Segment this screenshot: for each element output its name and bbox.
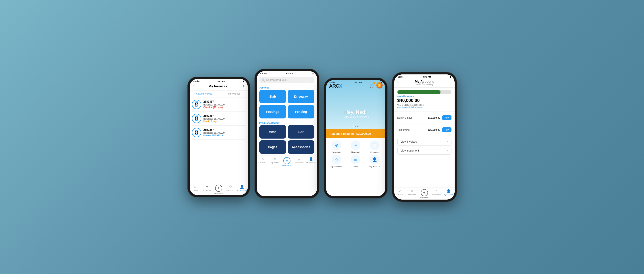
quick-action-my-orders[interactable]: ≔ My orders	[347, 140, 364, 153]
divider-2	[394, 124, 454, 124]
invoice-tabs: Active invoices Paid invoices	[190, 90, 248, 97]
quick-action-my-account[interactable]: 👤 My account	[366, 155, 384, 168]
orders-icon-2: ≡	[274, 157, 276, 161]
search-container: 🔍 Search products...	[257, 75, 317, 85]
hero-greeting: Hey, Ned! ☀ 23°C sunny in Townsville	[326, 109, 385, 118]
tab-active-invoices[interactable]: Active invoices	[190, 90, 219, 97]
invoice-info: 2582357 Balance: $5,700.00 Due in 5 days	[204, 114, 245, 123]
home-icon: ⌂	[194, 185, 196, 189]
nav-orders-2[interactable]: ≡ My orders	[269, 157, 281, 167]
search-placeholder[interactable]: Search products...	[266, 78, 312, 82]
invoice-item[interactable]: WED 10 MAR 2582357 Balance: $5,700.00 Ov…	[192, 97, 246, 111]
battery-1: ▮	[243, 80, 244, 82]
invoice-status-due-soon: Due in 5 days	[204, 120, 245, 123]
status-bar-1: Carrier 9:41 AM ▮	[190, 79, 248, 83]
invoice-header: ‹ My Invoices ⬆	[190, 83, 248, 90]
phone-products-screen: Carrier 9:41 AM ▮ 🔍 Search products... J…	[257, 71, 317, 196]
nav-account-2[interactable]: 👤 My account	[305, 157, 317, 167]
nav-home[interactable]: ⌂ Home	[190, 185, 201, 194]
nav-new-order-2[interactable]: + New order	[281, 157, 293, 167]
chevron-icon: ›	[245, 103, 246, 106]
nav-orders-4[interactable]: ≡ My orders	[406, 189, 418, 199]
my-account-icon: 👤	[370, 155, 380, 165]
view-invoices-link[interactable]: View invoices ›	[397, 138, 452, 146]
nav-favourites-4[interactable]: ☆ Favourites	[430, 189, 442, 199]
home-icon-2: ⌂	[262, 157, 264, 161]
view-statement-arrow-icon: ›	[447, 149, 448, 152]
payment-amount-1: $10,000.00	[428, 116, 440, 119]
new-order-icon: +	[215, 185, 222, 192]
dot-1	[353, 126, 354, 127]
new-order-icon-4: +	[421, 189, 428, 196]
phone-home-screen: Carrier 9:41 AM ▮ ARC X 🛒 ! 😊 Hey, Ned	[326, 80, 385, 196]
quick-action-new-order[interactable]: ⊕ New order	[328, 140, 346, 153]
product-tile-accessories[interactable]: Accessories	[288, 140, 314, 154]
nav-home-4[interactable]: ⌂ Home	[394, 189, 406, 199]
phone-account: Carrier 9:41 AM ▮ ‹ My Account Ned's Con…	[392, 72, 457, 202]
tools-icon: ⊞	[350, 155, 360, 165]
nav-my-orders[interactable]: ≡ My orders	[201, 185, 213, 194]
nav-home-2[interactable]: ⌂ Home	[257, 157, 269, 167]
invoice-item[interactable]: WED 25 MAR 2582357 Balance: $5,700.00 Du…	[192, 126, 246, 140]
payment-right-1: $10,000.00 Pay	[428, 115, 452, 120]
divider	[394, 111, 454, 112]
phones-container: Carrier 9:41 AM ▮ ‹ My Invoices ⬆ Active…	[188, 72, 457, 202]
nav-favourites-2[interactable]: ☆ Favourites	[293, 157, 305, 167]
available-label: Available balance	[397, 95, 452, 97]
product-tile-cages[interactable]: Cages	[260, 140, 286, 154]
dot-3	[357, 126, 358, 127]
bottom-nav-2: ⌂ Home ≡ My orders + New order ☆ Favouri…	[257, 156, 317, 168]
view-invoices-arrow-icon: ›	[447, 140, 448, 143]
my-orders-icon-home: ≔	[350, 140, 360, 150]
nav-new-order[interactable]: + New order	[213, 185, 224, 194]
product-tile-bar[interactable]: Bar	[288, 125, 314, 139]
search-icon: 🔍	[262, 78, 265, 82]
nav-account-4[interactable]: 👤 My account	[442, 189, 454, 199]
status-bar-4: Carrier 9:41 AM ▮	[394, 74, 454, 78]
job-tile-slab[interactable]: Slab	[260, 90, 286, 103]
account-back-button[interactable]: ‹	[397, 79, 399, 84]
bottom-nav-4: ⌂ Home ≡ My orders + New order ☆	[394, 188, 454, 200]
carrier-2: Carrier	[260, 72, 267, 75]
invoice-date-badge: WED 25 MAR	[192, 128, 201, 137]
my-quotes-icon: 📄	[370, 140, 380, 150]
home-hero: Carrier 9:41 AM ▮ ARC X 🛒 ! 😊 Hey, Ned	[326, 80, 385, 129]
job-tiles-grid: Slab Driveway Footings Fencing	[257, 90, 317, 120]
chevron-icon: ›	[245, 131, 246, 134]
tab-paid-invoices[interactable]: Paid invoices	[219, 90, 248, 97]
battery-4: ▮	[450, 76, 451, 78]
job-tile-driveway[interactable]: Driveway	[288, 90, 314, 103]
invoice-item[interactable]: WED 18 MAR 2582357 Balance: $5,700.00 Du…	[192, 111, 246, 126]
quick-action-my-quotes[interactable]: 📄 My quotes	[366, 140, 384, 153]
payment-label-2: Total owing	[397, 128, 410, 131]
balance-banner[interactable]: Available balance : $20,000.00 ›	[326, 129, 385, 138]
nav-favourites[interactable]: ☆ Favourites	[224, 185, 236, 194]
share-button[interactable]: ⬆	[242, 84, 245, 88]
credit-limit-link[interactable]: Request credit limit increase	[397, 106, 452, 108]
favourites-icon: ☆	[229, 185, 232, 189]
bottom-nav-1: ⌂ Home ≡ My orders + New order ☆	[190, 183, 248, 195]
home-icon-4: ⌂	[399, 189, 402, 193]
product-tiles-grid: Mesh Bar Cages Accessories	[257, 125, 317, 156]
pay-button-2[interactable]: Pay	[442, 127, 452, 132]
carrier-3: Carrier	[329, 81, 336, 84]
carrier-1: Carrier	[193, 80, 200, 82]
weather-text: ☀ 23°C sunny in Townsville	[326, 116, 385, 118]
product-tile-mesh[interactable]: Mesh	[260, 125, 286, 139]
nav-my-account[interactable]: 👤 My account	[236, 185, 248, 194]
new-order-icon-2: +	[283, 157, 290, 164]
orders-icon-4: ≡	[411, 189, 413, 193]
greeting-text: Hey, Ned!	[326, 109, 385, 115]
chevron-icon: ›	[245, 117, 246, 120]
search-bar[interactable]: 🔍 Search products...	[260, 77, 314, 83]
job-tile-footings[interactable]: Footings	[260, 105, 286, 118]
nav-new-order-4[interactable]: + New order	[418, 189, 430, 199]
job-tile-fencing[interactable]: Fencing	[288, 105, 314, 118]
quick-action-tools[interactable]: ⊞ Tools	[347, 155, 364, 168]
invoice-list: WED 10 MAR 2582357 Balance: $5,700.00 Ov…	[190, 97, 248, 140]
pay-button-1[interactable]: Pay	[442, 115, 452, 120]
view-statement-link[interactable]: View statement ›	[397, 147, 452, 155]
account-icon: 👤	[240, 185, 244, 189]
quick-action-my-favourites[interactable]: ☆ My favourites	[328, 155, 346, 168]
time-4: 9:41 AM	[423, 76, 431, 78]
